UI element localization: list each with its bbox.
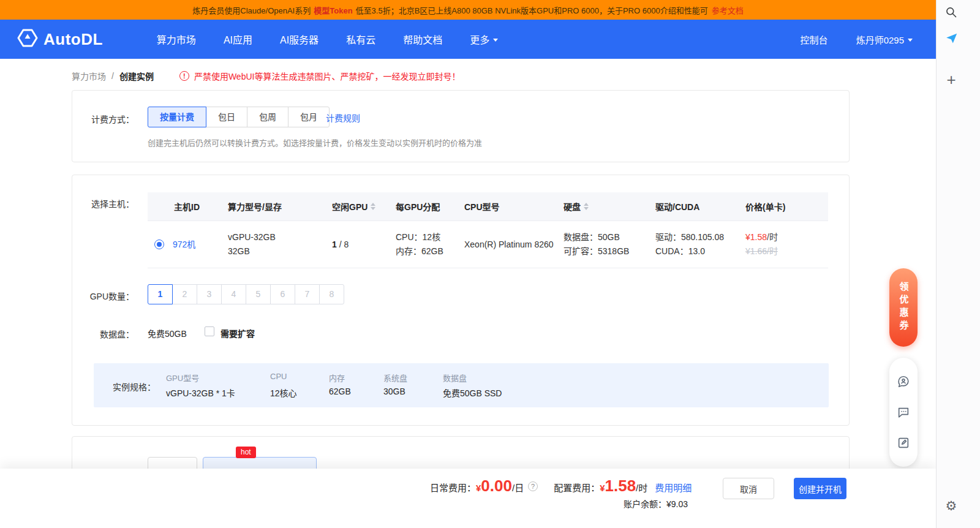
nav-item-ai-server[interactable]: AI服务器 bbox=[280, 32, 318, 47]
search-icon[interactable] bbox=[941, 2, 961, 22]
col-per-gpu: 每GPU分配 bbox=[396, 200, 464, 213]
col-disk[interactable]: 硬盘 bbox=[564, 200, 655, 213]
breadcrumb-separator: / bbox=[111, 71, 114, 81]
help-icon[interactable]: ? bbox=[528, 481, 538, 491]
customer-service-icon[interactable] bbox=[897, 375, 910, 388]
col-free-gpu[interactable]: 空闲GPU bbox=[332, 200, 396, 213]
support-widget bbox=[889, 358, 918, 467]
config-fee-value: 1.58 bbox=[605, 477, 636, 496]
sort-free-gpu-icon[interactable] bbox=[371, 203, 375, 210]
col-gpu-model: 算力型号/显存 bbox=[228, 200, 332, 213]
spec-label: 实例规格： bbox=[113, 380, 156, 393]
fee-summary: 日常费用： ¥ 0.00 /日 ? 配置费用： ¥ 1.58 /时 费用明细 bbox=[430, 477, 692, 496]
breadcrumb-market[interactable]: 算力市场 bbox=[72, 70, 106, 82]
brand-name: AutoDL bbox=[43, 30, 103, 49]
host-disk-cell: 数据盘：50GB 可扩容：5318GB bbox=[564, 230, 655, 258]
tab-daily[interactable]: 包日 bbox=[206, 107, 247, 127]
coupon-text: 领优惠券 bbox=[897, 282, 910, 333]
logo-icon bbox=[17, 29, 38, 50]
host-id-link[interactable]: 972机 bbox=[173, 238, 195, 252]
warning-icon: ! bbox=[179, 71, 189, 81]
instance-spec-strip: 实例规格： GPU型号 vGPU-32GB * 1卡 CPU 12核心 内存 6… bbox=[94, 363, 829, 407]
nav-item-ai-apps[interactable]: AI应用 bbox=[224, 32, 252, 47]
gpu-count-option-7[interactable]: 7 bbox=[295, 284, 320, 304]
cancel-button[interactable]: 取消 bbox=[723, 478, 774, 499]
gpu-count-label: GPU数量： bbox=[72, 290, 134, 302]
nav-item-docs[interactable]: 帮助文档 bbox=[403, 32, 442, 47]
nav-right: 控制台 炼丹师0295 bbox=[801, 33, 913, 46]
page-viewport: 炼丹会员使用Claude/OpenAI系列 模型Token 低至3.5折；北京B… bbox=[0, 0, 936, 528]
sort-disk-icon[interactable] bbox=[584, 203, 589, 210]
chevron-down-icon bbox=[908, 39, 913, 42]
nav-item-private-cloud[interactable]: 私有云 bbox=[346, 32, 375, 47]
gear-icon[interactable]: ⚙ bbox=[941, 496, 961, 516]
balance-value: ¥9.03 bbox=[666, 499, 688, 509]
config-fee-label: 配置费用： bbox=[554, 481, 600, 494]
plus-icon[interactable]: + bbox=[941, 70, 961, 89]
host-label: 选择主机： bbox=[72, 197, 134, 209]
page-title: 创建实例 bbox=[119, 70, 154, 82]
footer-bar: 日常费用： ¥ 0.00 /日 ? 配置费用： ¥ 1.58 /时 费用明细 账… bbox=[0, 469, 936, 528]
banner-docs-link[interactable]: 参考文档 bbox=[712, 4, 744, 16]
gpu-count-option-4[interactable]: 4 bbox=[221, 284, 246, 304]
brand-logo[interactable]: AutoDL bbox=[17, 29, 103, 50]
host-driver-cell: 驱动：580.105.08 CUDA：13.0 bbox=[655, 230, 745, 258]
gpu-count-option-8[interactable]: 8 bbox=[319, 284, 344, 304]
send-icon[interactable] bbox=[941, 28, 961, 48]
account-balance: 账户余额：¥9.03 bbox=[624, 497, 688, 510]
host-per-gpu-cell: CPU：12核 内存：62GB bbox=[396, 230, 464, 258]
col-driver-cuda: 驱动/CUDA bbox=[655, 200, 745, 213]
host-table-header: 主机ID 算力型号/显存 空闲GPU 每GPU分配 CPU型号 硬盘 驱动/CU… bbox=[148, 192, 828, 221]
message-icon[interactable] bbox=[897, 405, 910, 419]
chevron-down-icon bbox=[493, 39, 498, 42]
banner-text-2: 低至3.5折；北京B区已上线A800 80GB NVLink版本GPU和PRO … bbox=[356, 4, 708, 16]
hot-badge: hot bbox=[236, 447, 256, 458]
daily-fee-label: 日常费用： bbox=[430, 481, 476, 494]
billing-note: 创建完主机后仍然可以转换计费方式。如选择按量计费，价格发生变动以实例开机时的价格… bbox=[148, 137, 482, 148]
host-row[interactable]: 972机 vGPU-32GB 32GB 1 / 8 CPU：12核 内存：62G… bbox=[148, 221, 828, 268]
balance-label: 账户余额： bbox=[624, 499, 666, 509]
browser-side-strip: + ⚙ bbox=[936, 0, 980, 528]
promo-banner: 炼丹会员使用Claude/OpenAI系列 模型Token 低至3.5折；北京B… bbox=[0, 0, 936, 20]
host-table: 主机ID 算力型号/显存 空闲GPU 每GPU分配 CPU型号 硬盘 驱动/CU… bbox=[148, 192, 828, 268]
tab-weekly[interactable]: 包周 bbox=[247, 107, 288, 127]
user-menu[interactable]: 炼丹师0295 bbox=[856, 33, 913, 46]
gpu-count-option-3[interactable]: 3 bbox=[197, 284, 222, 304]
data-disk-label: 数据盘： bbox=[72, 328, 134, 340]
col-price: 价格(单卡) bbox=[745, 200, 828, 213]
billing-rules-link[interactable]: 计费规则 bbox=[326, 111, 360, 124]
tab-pay-as-you-go[interactable]: 按量计费 bbox=[148, 107, 206, 127]
billing-card: 计费方式： 按量计费 包日 包周 包月 计费规则 创建完主机后仍然可以转换计费方… bbox=[72, 90, 850, 162]
col-host-id: 主机ID bbox=[148, 200, 228, 213]
gpu-count-option-5[interactable]: 5 bbox=[246, 284, 271, 304]
host-price-cell: ¥1.58/时 ¥1.66/时 bbox=[745, 230, 828, 258]
tab-monthly[interactable]: 包月 bbox=[288, 107, 330, 127]
host-radio[interactable] bbox=[154, 239, 164, 249]
feedback-icon[interactable] bbox=[897, 436, 910, 450]
nav-menu: 算力市场 AI应用 AI服务器 私有云 帮助文档 更多 bbox=[157, 32, 498, 47]
nav-item-market[interactable]: 算力市场 bbox=[157, 32, 196, 47]
config-fee-unit: /时 bbox=[636, 481, 647, 494]
daily-fee-unit: /日 bbox=[512, 481, 524, 494]
navbar: AutoDL 算力市场 AI应用 AI服务器 私有云 帮助文档 更多 控制台 炼… bbox=[0, 20, 936, 59]
expand-disk-checkbox[interactable] bbox=[205, 326, 214, 336]
console-link[interactable]: 控制台 bbox=[801, 33, 828, 46]
gpu-count-option-1[interactable]: 1 bbox=[148, 284, 173, 304]
host-card: 选择主机： 主机ID 算力型号/显存 空闲GPU 每GPU分配 CPU型号 硬盘… bbox=[72, 175, 850, 426]
expand-disk-checkbox-label[interactable]: 需要扩容 bbox=[221, 327, 255, 339]
host-cpu-model-cell: Xeon(R) Platinum 8260 bbox=[464, 238, 564, 252]
coupon-button[interactable]: 领优惠券 bbox=[889, 268, 918, 347]
col-cpu-model: CPU型号 bbox=[464, 200, 564, 213]
gpu-count-option-2[interactable]: 2 bbox=[172, 284, 197, 304]
create-and-boot-button[interactable]: 创建并开机 bbox=[794, 478, 846, 499]
policy-warning: ! 严禁使用WebUI等算法生成违禁图片、严禁挖矿，一经发现立即封号！ bbox=[179, 70, 461, 82]
gpu-count-option-6[interactable]: 6 bbox=[270, 284, 295, 304]
fee-detail-link[interactable]: 费用明细 bbox=[655, 481, 692, 494]
billing-tabs: 按量计费 包日 包周 包月 bbox=[148, 107, 330, 127]
host-free-gpu-cell: 1 / 8 bbox=[332, 238, 396, 252]
username: 炼丹师0295 bbox=[856, 33, 904, 46]
daily-fee-value: 0.00 bbox=[481, 477, 512, 496]
daily-fee-currency: ¥ bbox=[476, 483, 481, 493]
nav-item-more[interactable]: 更多 bbox=[470, 32, 498, 47]
policy-warning-text: 严禁使用WebUI等算法生成违禁图片、严禁挖矿，一经发现立即封号！ bbox=[194, 70, 461, 82]
